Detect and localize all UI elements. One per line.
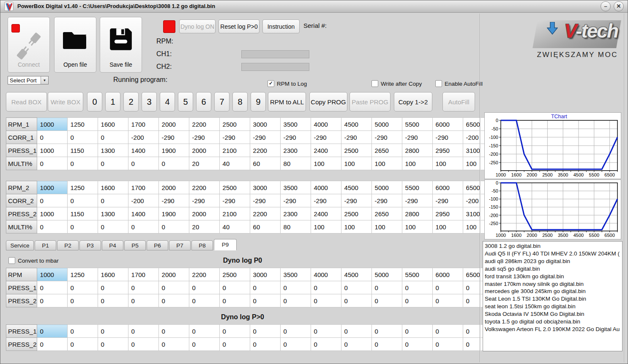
cell[interactable]: 4500	[341, 118, 371, 131]
cell[interactable]: 2500	[219, 118, 250, 131]
cell[interactable]: 0	[371, 281, 402, 294]
cell[interactable]: 1300	[98, 144, 128, 157]
cell[interactable]: -290	[219, 131, 250, 144]
cell[interactable]: 0	[189, 338, 219, 351]
cell[interactable]: 1250	[67, 181, 98, 194]
cell[interactable]: 0	[158, 294, 189, 307]
cell[interactable]: -290	[402, 131, 432, 144]
cell[interactable]: 3500	[280, 181, 311, 194]
tab-p8[interactable]: P8	[191, 240, 213, 250]
cell[interactable]: 5000	[371, 181, 402, 194]
cell[interactable]: 0	[311, 294, 341, 307]
checkbox-box[interactable]	[435, 80, 442, 87]
cell[interactable]: 1700	[128, 268, 158, 281]
connect-button[interactable]: Connect	[8, 17, 50, 73]
cell[interactable]: -290	[280, 194, 311, 207]
tab-p5[interactable]: P5	[124, 240, 146, 250]
cell[interactable]: 0	[37, 281, 67, 294]
cell[interactable]: 0	[371, 325, 402, 338]
cell[interactable]: -290	[250, 131, 280, 144]
cell[interactable]: 0	[67, 281, 98, 294]
cell[interactable]: 0	[128, 294, 158, 307]
cell[interactable]: 0	[98, 131, 128, 144]
cell[interactable]: 2000	[158, 268, 189, 281]
copy-1-to-2-button[interactable]: Copy 1->2	[394, 92, 432, 111]
file-list-item[interactable]: master 170km nowy silnik go digital.bin	[485, 280, 620, 288]
cell[interactable]: 1600	[98, 181, 128, 194]
cell[interactable]: 0	[158, 338, 189, 351]
cell[interactable]: 0	[67, 131, 98, 144]
cell[interactable]: 80	[280, 157, 311, 170]
cell[interactable]: 0	[402, 325, 432, 338]
write-box-button[interactable]: Write BOX	[48, 92, 83, 111]
cell[interactable]: 0	[341, 338, 371, 351]
file-list-item[interactable]: Audi Q5 II (FY FL) 40 TDI MHEV 2.0 150kW…	[485, 250, 620, 258]
cell[interactable]: 6000	[432, 181, 463, 194]
cell[interactable]: 100	[311, 220, 341, 234]
cell[interactable]: 0	[371, 338, 402, 351]
cell[interactable]: -290	[250, 194, 280, 207]
cell[interactable]: 100	[432, 157, 463, 170]
cell[interactable]: 0	[219, 294, 250, 307]
save-file-button[interactable]: Save file	[100, 17, 142, 73]
cell[interactable]: 0	[189, 294, 219, 307]
cell[interactable]: 0	[158, 220, 189, 234]
cell[interactable]: 0	[67, 194, 98, 207]
cell[interactable]: 0	[219, 281, 250, 294]
program-button-8[interactable]: 8	[232, 92, 248, 111]
cell[interactable]: 0	[128, 325, 158, 338]
tab-service[interactable]: Service	[6, 240, 34, 250]
rpm-to-all-button[interactable]: RPM to ALL	[268, 92, 306, 111]
cell[interactable]: 0	[37, 325, 67, 338]
cell[interactable]: 0	[432, 294, 463, 307]
program-button-4[interactable]: 4	[160, 92, 175, 111]
tab-p1[interactable]: P1	[35, 240, 56, 250]
cell[interactable]: 2650	[371, 207, 402, 220]
read-box-button[interactable]: Read BOX	[6, 92, 47, 111]
cell[interactable]: 2650	[371, 144, 402, 157]
select-port-dropdown[interactable]: Select Port ▼	[8, 76, 49, 84]
tab-p3[interactable]: P3	[79, 240, 101, 250]
cell[interactable]: 0	[67, 338, 98, 351]
cell[interactable]: 0	[280, 338, 311, 351]
cell[interactable]: 1900	[158, 207, 189, 220]
cell[interactable]: 1300	[98, 207, 128, 220]
cell[interactable]: 100	[341, 220, 371, 234]
cell[interactable]: -290	[341, 194, 371, 207]
cell[interactable]: 5500	[402, 181, 432, 194]
cell[interactable]: -290	[341, 131, 371, 144]
cell[interactable]: 2800	[402, 207, 432, 220]
file-list-item[interactable]: Skoda Octavia IV 150KM Go Digital.bin	[485, 310, 620, 318]
cell[interactable]: 0	[37, 338, 67, 351]
cell[interactable]: 0	[402, 281, 432, 294]
cell[interactable]: 60	[250, 220, 280, 234]
convert-to-mbar-checkbox[interactable]: Convert to mbar	[8, 257, 59, 264]
cell[interactable]: 2200	[250, 207, 280, 220]
cell[interactable]: 0	[98, 325, 128, 338]
cell[interactable]: 40	[219, 157, 250, 170]
cell[interactable]: 2200	[189, 118, 219, 131]
cell[interactable]: 0	[37, 131, 67, 144]
cell[interactable]: 0	[280, 294, 311, 307]
cell[interactable]: 2500	[341, 207, 371, 220]
close-button[interactable]: ✕	[614, 1, 624, 11]
cell[interactable]: 2950	[432, 207, 463, 220]
cell[interactable]: 2500	[341, 144, 371, 157]
cell[interactable]: -290	[432, 194, 463, 207]
cell[interactable]: 0	[402, 294, 432, 307]
cell[interactable]: 1000	[37, 207, 67, 220]
cell[interactable]: -290	[371, 194, 402, 207]
cell[interactable]: 0	[250, 294, 280, 307]
cell[interactable]: 0	[432, 281, 463, 294]
cell[interactable]: 100	[371, 220, 402, 234]
tab-p9[interactable]: P9	[214, 239, 237, 250]
cell[interactable]: 2200	[189, 181, 219, 194]
cell[interactable]: 0	[280, 281, 311, 294]
cell[interactable]: 0	[311, 325, 341, 338]
cell[interactable]: 0	[311, 281, 341, 294]
checkbox-box[interactable]: ✓	[268, 80, 274, 87]
cell[interactable]: 3000	[250, 181, 280, 194]
program-button-3[interactable]: 3	[142, 92, 157, 111]
cell[interactable]: 3500	[280, 268, 311, 281]
cell[interactable]: 0	[37, 157, 67, 170]
